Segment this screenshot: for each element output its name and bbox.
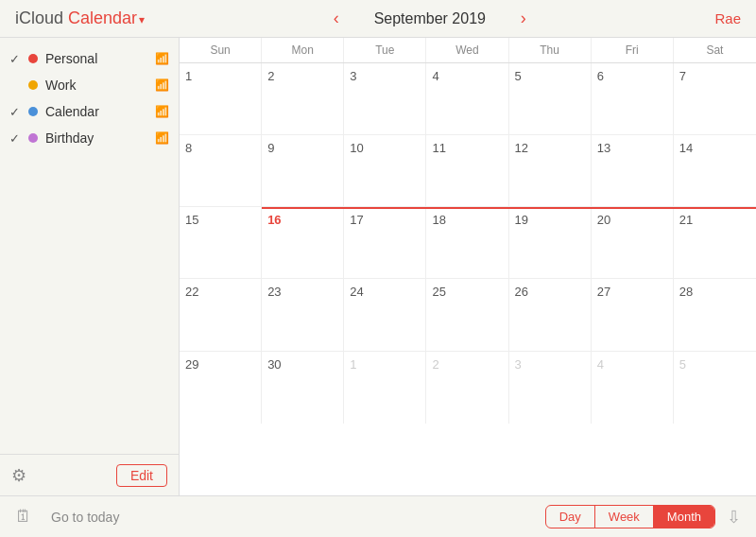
calendar-cell-w3-d6[interactable]: 28	[674, 279, 756, 350]
calendar-cell-w3-d4[interactable]: 26	[509, 279, 592, 350]
calendar-cell-w4-d4[interactable]: 3	[509, 352, 592, 424]
day-number: 13	[597, 141, 610, 155]
calendar-cell-w1-d6[interactable]: 14	[674, 135, 756, 206]
calendar-cell-w2-d5[interactable]: 20	[592, 207, 674, 278]
calendar-cell-w2-d0[interactable]: 15	[180, 207, 262, 278]
calendar-dropdown-icon[interactable]: ▾	[139, 13, 145, 26]
calendar-cell-w2-d1[interactable]: 16	[262, 207, 344, 278]
calendar-cell-w2-d6[interactable]: 21	[674, 207, 756, 278]
day-header-fri: Fri	[592, 38, 674, 62]
calendar-cell-w4-d2[interactable]: 1	[344, 352, 426, 424]
calendar-cell-w0-d3[interactable]: 4	[426, 63, 508, 134]
settings-icon[interactable]: ⚙	[11, 465, 26, 486]
day-number: 30	[267, 357, 281, 372]
go-to-today-button[interactable]: Go to today	[51, 510, 534, 525]
calendar-cell-w3-d1[interactable]: 23	[262, 279, 344, 350]
day-number: 11	[432, 141, 445, 155]
next-month-button[interactable]: ›	[517, 9, 530, 28]
calendar-item-calendar[interactable]: ✓Calendar📶	[0, 98, 179, 125]
day-number: 5	[679, 357, 686, 372]
day-number: 17	[350, 213, 363, 227]
share-icon-calendar[interactable]: 📶	[155, 105, 169, 118]
day-number: 29	[185, 357, 198, 372]
day-number: 10	[350, 141, 363, 155]
view-btn-week[interactable]: Week	[595, 506, 654, 528]
dot-work	[28, 80, 38, 90]
view-btn-day[interactable]: Day	[546, 506, 595, 528]
calendar-cell-w0-d4[interactable]: 5	[509, 63, 592, 134]
day-number: 6	[597, 69, 604, 83]
calendar-cell-w0-d2[interactable]: 3	[344, 63, 426, 134]
day-number: 26	[515, 285, 528, 299]
day-number: 27	[597, 285, 610, 299]
main-area: ✓Personal📶Work📶✓Calendar📶✓Birthday📶 ⚙ Ed…	[0, 38, 756, 495]
day-number: 24	[350, 285, 363, 299]
day-number: 1	[350, 357, 356, 372]
day-number: 16	[267, 213, 281, 227]
day-header-tue: Tue	[344, 38, 426, 62]
share-icon-personal[interactable]: 📶	[155, 52, 169, 65]
calendar-cell-w4-d3[interactable]: 2	[426, 352, 508, 424]
day-number: 1	[185, 69, 192, 83]
day-number: 12	[515, 141, 528, 155]
download-icon[interactable]: ⇩	[727, 507, 741, 528]
share-icon-work[interactable]: 📶	[155, 78, 169, 92]
dot-birthday	[28, 133, 38, 143]
view-toggle: DayWeekMonth	[545, 505, 715, 528]
calendar-cell-w1-d5[interactable]: 13	[592, 135, 674, 206]
calendar-cell-w3-d2[interactable]: 24	[344, 279, 426, 350]
calendar-cell-w0-d0[interactable]: 1	[180, 63, 262, 134]
calendar-cell-w1-d2[interactable]: 10	[344, 135, 426, 206]
calendar-cell-w3-d3[interactable]: 25	[426, 279, 508, 350]
calendar-week-3: 22232425262728	[180, 279, 756, 351]
label-birthday: Birthday	[45, 130, 155, 146]
checkmark-calendar: ✓	[9, 105, 25, 119]
day-number: 9	[267, 141, 274, 155]
day-number: 2	[432, 357, 438, 372]
day-number: 4	[432, 69, 438, 83]
checkmark-personal: ✓	[9, 52, 25, 66]
share-icon-birthday[interactable]: 📶	[155, 131, 169, 145]
calendar-cell-w1-d0[interactable]: 8	[180, 135, 262, 206]
calendar-cell-w0-d5[interactable]: 6	[592, 63, 674, 134]
calendar-list: ✓Personal📶Work📶✓Calendar📶✓Birthday📶	[0, 38, 179, 454]
calendar-cell-w1-d1[interactable]: 9	[262, 135, 344, 206]
calendar-cell-w0-d1[interactable]: 2	[262, 63, 344, 134]
calendar-cell-w4-d5[interactable]: 4	[592, 352, 674, 424]
calendar-cell-w2-d3[interactable]: 18	[426, 207, 508, 278]
today-line	[262, 207, 756, 209]
dot-calendar	[28, 107, 38, 116]
day-number: 28	[679, 285, 693, 299]
calendar-cell-w1-d4[interactable]: 12	[509, 135, 592, 206]
calendar-cell-w0-d6[interactable]: 7	[674, 63, 756, 134]
calendar-cell-w4-d6[interactable]: 5	[674, 352, 756, 424]
day-number: 15	[185, 213, 198, 227]
day-number: 8	[185, 141, 192, 155]
day-number: 2	[267, 69, 274, 83]
calendar-item-personal[interactable]: ✓Personal📶	[0, 45, 179, 72]
calendar-cell-w4-d1[interactable]: 30	[262, 352, 344, 424]
user-menu[interactable]: Rae	[714, 10, 741, 26]
calendar-cell-w3-d0[interactable]: 22	[180, 279, 262, 350]
day-number: 3	[515, 357, 522, 372]
calendar-cell-w4-d0[interactable]: 29	[180, 352, 262, 424]
day-number: 22	[185, 285, 198, 299]
prev-month-button[interactable]: ‹	[330, 9, 343, 28]
calendar-grid-icon[interactable]: 🗓	[15, 507, 32, 527]
day-number: 7	[679, 69, 686, 83]
calendar-cell-w3-d5[interactable]: 27	[592, 279, 674, 350]
app-header: iCloud Calendar▾ ‹ September 2019 › Rae	[0, 0, 756, 38]
edit-button[interactable]: Edit	[116, 464, 167, 487]
view-btn-month[interactable]: Month	[654, 506, 714, 528]
calendar-cell-w2-d2[interactable]: 17	[344, 207, 426, 278]
calendar-cell-w2-d4[interactable]: 19	[509, 207, 592, 278]
calendar-week-2: 15161718192021	[180, 207, 756, 279]
bottom-bar: 🗓 Go to today DayWeekMonth ⇩	[0, 495, 756, 537]
day-number: 19	[515, 213, 528, 227]
calendar-item-work[interactable]: Work📶	[0, 72, 179, 98]
calendar-cell-w1-d3[interactable]: 11	[426, 135, 508, 206]
calendar-label[interactable]: Calendar	[68, 9, 137, 27]
calendar-week-4: 293012345	[180, 352, 756, 424]
day-number: 4	[597, 357, 604, 372]
calendar-item-birthday[interactable]: ✓Birthday📶	[0, 125, 179, 151]
